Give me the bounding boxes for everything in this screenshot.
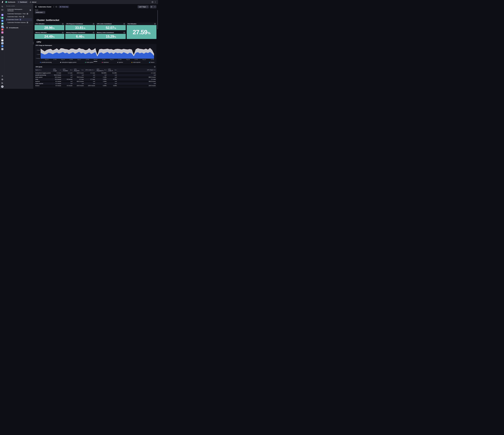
readonly-badge[interactable]: Read only <box>59 6 69 8</box>
expand-rail-icon[interactable] <box>1 75 4 77</box>
dashboards-sidebar: Recently modified Kubernetes Namespaces … <box>5 4 33 89</box>
cell-value: 11.9 mcore <box>52 78 62 80</box>
sidebar-item-kubernetes-cluster[interactable]: Kubernetes Cluster <box>6 18 32 21</box>
stat-panel-pod-utilization: Pod Utilization27.59% <box>127 23 156 39</box>
refresh-button[interactable] <box>150 5 153 8</box>
svg-text:Aug 16: Aug 16 <box>61 59 65 60</box>
svg-text:12 PM: 12 PM <box>135 59 138 60</box>
cell-value: null <box>107 80 118 82</box>
dashboards-app-icon <box>5 1 7 3</box>
cloud-sync-icon[interactable] <box>55 6 58 8</box>
column-header-cpu-throttled[interactable]: CPU Throttled⇅ <box>62 68 73 72</box>
clock-icon <box>62 32 63 33</box>
column-header-name[interactable]: Name⇅ <box>35 68 52 72</box>
legend-item-kube-system[interactable]: kube-system <box>85 62 93 63</box>
app-kubernetes-new-icon[interactable]: NEW <box>1 25 4 28</box>
stat-panel-cpu-utilization: CPU Utilization28.96% <box>35 23 64 30</box>
app-cloud-ml-icon[interactable] <box>1 39 4 42</box>
svg-text:Aug 17: Aug 17 <box>78 59 81 60</box>
topbar-kebab-icon[interactable] <box>154 0 157 3</box>
dashboard-outline-toggle-icon[interactable] <box>35 6 37 8</box>
app-kubernetes-icon[interactable] <box>1 42 4 44</box>
breadcrumb-dashboards[interactable]: Dashboards <box>5 1 15 3</box>
stat-unit: % <box>114 36 116 38</box>
app-blue-sliders-icon[interactable] <box>1 19 4 22</box>
cpu-usage-chart: Aug 1512 PMAug 1612 PMAug 1712 PMAug 181… <box>36 46 155 61</box>
cell-name: kube-system <box>35 76 52 78</box>
cell-value: null <box>107 76 118 78</box>
active-app-indicator <box>0 17 0 19</box>
svg-text:12 PM: 12 PM <box>86 59 89 60</box>
sidebar-item-label: Kubernetes Namespace - Pods <box>8 13 26 15</box>
help-icon[interactable]: ? <box>151 0 154 3</box>
app-rail: NEW F <box>0 4 5 89</box>
help-buoy-icon[interactable] <box>1 78 4 81</box>
app-teal-ovals-icon[interactable] <box>1 22 4 25</box>
cell-value: 0.70% <box>107 78 118 80</box>
grafana-logo-icon[interactable] <box>1 1 4 3</box>
page-scrollbar[interactable] <box>157 10 158 29</box>
time-range-picker[interactable]: Last 7 days <box>137 5 149 8</box>
clock-icon <box>124 23 125 25</box>
sidebar-item-kubernetes-namespaces-workloads[interactable]: Kubernetes Namespaces - Workloads <box>6 8 32 12</box>
legend-item-parallel-processing[interactable]: parallel-processing <box>40 62 52 63</box>
sidebar-resize-handle[interactable] <box>33 42 33 44</box>
dashboard-icon <box>19 19 21 20</box>
legend-item-finance[interactable]: finance <box>149 62 154 63</box>
app-gear-icon[interactable] <box>1 48 4 50</box>
cell-value: 393.8 mcore <box>118 80 156 82</box>
legend-dot <box>85 62 86 63</box>
cluster-variable-select[interactable]: bottlerocket <box>35 11 45 14</box>
app-pink-book-icon[interactable] <box>1 31 4 34</box>
apps-grid-icon[interactable] <box>1 9 4 11</box>
user-avatar[interactable]: F <box>1 85 4 88</box>
search-icon[interactable] <box>1 5 4 8</box>
stat-unit: % <box>53 27 55 29</box>
table-body: kubesphere-logging-system1.3 core1.1 cor… <box>35 72 156 87</box>
legend-item-kyverno[interactable]: kyverno <box>117 62 123 63</box>
sidebar-item-kubernetes-node-pods[interactable]: Kubernetes Node - Pods <box>6 15 32 18</box>
legend-item-node-exporter[interactable]: node-exporter <box>132 62 141 63</box>
legend-item-dynatrace[interactable]: dynatrace <box>102 62 109 63</box>
usage-insights-icon[interactable] <box>1 82 4 84</box>
cell-value: null <box>73 74 85 76</box>
table-row-kyverno: kyverno6.2 mcorenull400.0 mcorenull1.54%… <box>35 80 156 83</box>
app-blue-octagon-icon[interactable] <box>1 45 4 47</box>
legend-item-kubesphere-logging-system[interactable]: kubesphere-logging-system <box>60 62 76 63</box>
folder-icon <box>6 27 8 28</box>
sidebar-item-kubernetes-namespace-pods[interactable]: Kubernetes Namespace - Pods <box>6 12 32 15</box>
cell-value: 2.1 core <box>85 72 96 74</box>
x-axis-scroll-indicator[interactable] <box>94 61 97 62</box>
clock-icon <box>93 23 94 25</box>
app-red-octagon-icon[interactable] <box>1 28 4 31</box>
stat-title: CPU Requests Commitment <box>66 23 83 25</box>
table-header-row: Name⇅CPU Usage↓CPU Throttled⇅CPU Request… <box>35 68 156 72</box>
app-binoculars-icon[interactable] <box>1 36 4 39</box>
cell-value: null <box>107 83 118 85</box>
cell-value: null <box>85 76 96 78</box>
upload-button[interactable]: Upload <box>30 1 36 3</box>
sidebar-item-kubernetes-persistent-volumes[interactable]: Kubernetes Persistent Volumes <box>6 21 32 24</box>
stat-panel-memory-limits-commitment: Memory Limits Commitment15.29% <box>96 31 126 39</box>
refresh-icon <box>151 6 152 8</box>
column-header-cpu-requests[interactable]: CPU Requests⇅ <box>73 68 85 72</box>
column-header-cpu-limits[interactable]: CPU Limits⇅ <box>85 68 96 72</box>
column-header-cpu-usage[interactable]: CPU Usage↓ <box>52 68 62 72</box>
column-header-cpu-requests-[interactable]: CPU Requests %⇅ <box>96 68 107 72</box>
new-dashboard-button[interactable]: Dashboard <box>17 0 28 4</box>
app-dashboards-green-icon[interactable] <box>1 17 4 19</box>
svg-text:Aug 19: Aug 19 <box>110 59 114 60</box>
svg-text:Aug 20: Aug 20 <box>126 59 130 60</box>
column-header-cpu-slack[interactable]: CPU Slack⇅ <box>118 68 156 72</box>
stat-panel-cpu-limits-commitment: CPU Limits Commitment52.07% <box>96 23 126 30</box>
cell-value: null <box>118 83 156 85</box>
table-row-finance: finance0.0 mcore0.0 mcore220.0 mcore220.… <box>35 85 156 87</box>
app-purple-stack-icon[interactable] <box>1 14 4 16</box>
legend-dot <box>102 62 103 63</box>
column-header-cpu-limits-[interactable]: CPU Limits %⇅ <box>107 68 118 72</box>
stat-panel-memory-requests-commitment: Memory Requests Commitment6.46% <box>65 31 95 39</box>
svg-text:12 PM: 12 PM <box>53 59 56 60</box>
dashboard-kebab-icon[interactable] <box>52 6 55 8</box>
refresh-interval-button[interactable] <box>153 5 156 8</box>
all-dashboards-link[interactable]: All dashboards <box>6 26 32 30</box>
